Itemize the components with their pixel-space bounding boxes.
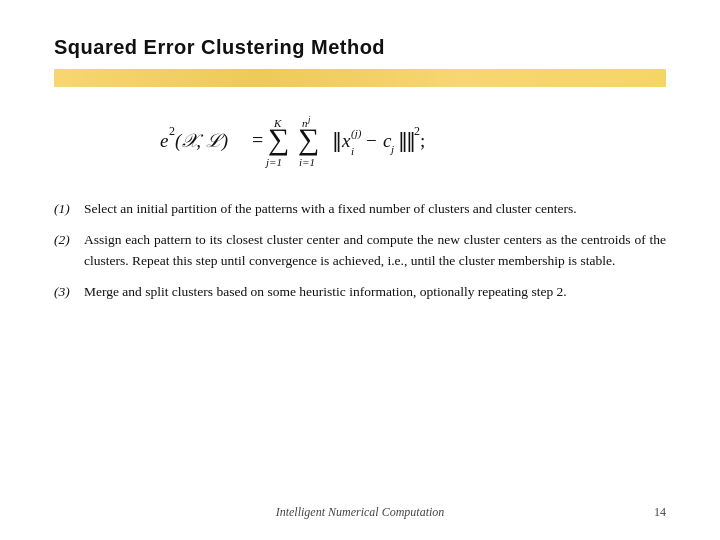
svg-text:∑: ∑: [268, 122, 289, 156]
list-text-1: Select an initial partition of the patte…: [84, 199, 666, 220]
footer: Intelligent Numerical Computation 14: [0, 505, 720, 520]
svg-text:(j): (j): [351, 127, 362, 140]
list-num-2: (2): [54, 230, 76, 251]
list-text-2: Assign each pattern to its closest clust…: [84, 230, 666, 272]
list-text-3: Merge and split clusters based on some h…: [84, 282, 666, 303]
svg-text:e: e: [160, 130, 168, 151]
svg-text:(𝒳, ℒ): (𝒳, ℒ): [175, 130, 228, 152]
list-item-1: (1) Select an initial partition of the p…: [54, 199, 666, 220]
formula-container: e 2 (𝒳, ℒ) = K ∑ j=1 n j ∑ i=1 ‖ x i (j)…: [54, 101, 666, 181]
highlight-bar: [54, 69, 666, 87]
svg-text:x: x: [341, 130, 351, 151]
svg-text:;: ;: [420, 130, 425, 151]
svg-text:‖: ‖: [332, 129, 342, 152]
svg-text:i: i: [351, 145, 354, 157]
svg-text:i=1: i=1: [299, 156, 315, 168]
svg-text:∑: ∑: [298, 122, 319, 156]
footer-title: Intelligent Numerical Computation: [276, 505, 445, 520]
list-block: (1) Select an initial partition of the p…: [54, 199, 666, 303]
list-num-3: (3): [54, 282, 76, 303]
list-item-3: (3) Merge and split clusters based on so…: [54, 282, 666, 303]
list-num-1: (1): [54, 199, 76, 220]
formula-svg: e 2 (𝒳, ℒ) = K ∑ j=1 n j ∑ i=1 ‖ x i (j)…: [150, 101, 570, 181]
svg-text:−: −: [366, 130, 377, 151]
svg-text:j=1: j=1: [264, 156, 282, 168]
slide: Squared Error Clustering Method e 2 (𝒳, …: [0, 0, 720, 540]
footer-page: 14: [654, 505, 666, 520]
slide-title: Squared Error Clustering Method: [54, 36, 666, 59]
svg-text:=: =: [252, 129, 263, 151]
list-item-2: (2) Assign each pattern to its closest c…: [54, 230, 666, 272]
